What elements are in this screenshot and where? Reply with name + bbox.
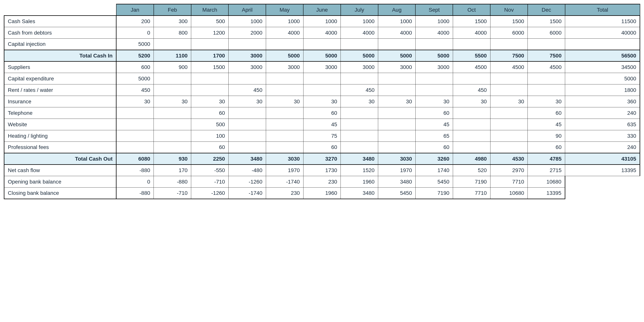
cell: 30	[341, 96, 378, 107]
cell: 300	[154, 16, 191, 27]
cell	[378, 119, 416, 130]
table-row: Suppliers6009001500300030003000300030003…	[4, 62, 640, 73]
table-row: Closing bank balance-880-710-1260-174023…	[4, 188, 640, 199]
cell: 5000	[416, 50, 453, 62]
cell: -550	[191, 165, 228, 176]
row-label: Opening bank balance	[4, 176, 116, 188]
header-dec: Dec	[528, 4, 565, 16]
cell: 1100	[154, 50, 191, 62]
cell	[490, 84, 528, 96]
cell: 1960	[341, 176, 378, 188]
cell: 900	[154, 62, 191, 73]
cell	[528, 73, 565, 84]
cell: -480	[228, 165, 266, 176]
cell: 60	[528, 107, 565, 119]
cell: 230	[303, 176, 341, 188]
cell: 240	[565, 142, 640, 153]
cell: 30	[191, 96, 228, 107]
cell: 1000	[303, 16, 341, 27]
cell	[341, 73, 378, 84]
cell: -880	[116, 188, 154, 199]
cell: 3000	[303, 62, 341, 73]
header-total: Total	[565, 4, 640, 16]
cell	[266, 130, 303, 142]
cell: 1700	[191, 50, 228, 62]
cell	[228, 142, 266, 153]
cell: 200	[116, 16, 154, 27]
cell: 1500	[453, 16, 490, 27]
cell: 4000	[453, 27, 490, 38]
cell	[191, 73, 228, 84]
cell: 1970	[266, 165, 303, 176]
cell: 3000	[341, 62, 378, 73]
cell: 5000	[116, 38, 154, 50]
cell: 5000	[266, 50, 303, 62]
cell: 60	[191, 107, 228, 119]
cell	[490, 73, 528, 84]
cell: 30	[154, 96, 191, 107]
cell: 4980	[453, 153, 490, 165]
cell: 10680	[528, 176, 565, 188]
cell: 4500	[528, 62, 565, 73]
cell: -710	[191, 176, 228, 188]
cell: 5450	[378, 188, 416, 199]
cell: 43105	[565, 153, 640, 165]
cell: 4500	[490, 62, 528, 73]
cell	[154, 84, 191, 96]
cell: 60	[416, 142, 453, 153]
cell: 30	[116, 96, 154, 107]
cell: 635	[565, 119, 640, 130]
cell: 45	[303, 119, 341, 130]
cell: 3480	[378, 176, 416, 188]
cell: 1520	[341, 165, 378, 176]
cell: -1260	[228, 176, 266, 188]
table-row: Net cash flow-880170-550-480197017301520…	[4, 165, 640, 176]
cell	[453, 107, 490, 119]
cell	[453, 73, 490, 84]
row-label: Capital expenditure	[4, 73, 116, 84]
header-sept: Sept	[416, 4, 453, 16]
cell: 2250	[191, 153, 228, 165]
row-label: Telephone	[4, 107, 116, 119]
cell: 30	[228, 96, 266, 107]
cell	[490, 142, 528, 153]
table-row: Total Cash Out60809302250348030303270348…	[4, 153, 640, 165]
cell: 5450	[416, 176, 453, 188]
cell	[228, 107, 266, 119]
cell: 60	[303, 142, 341, 153]
cell: 40000	[565, 27, 640, 38]
cell: 3000	[228, 50, 266, 62]
cell	[378, 130, 416, 142]
row-label: Capital injection	[4, 38, 116, 50]
cell	[191, 84, 228, 96]
cell	[341, 142, 378, 153]
cell	[116, 119, 154, 130]
cell: 500	[191, 119, 228, 130]
cell: 1740	[416, 165, 453, 176]
cell: 1960	[303, 188, 341, 199]
cell	[416, 38, 453, 50]
cell	[266, 38, 303, 50]
cell: 10680	[490, 188, 528, 199]
cell	[228, 119, 266, 130]
cell: 90	[528, 130, 565, 142]
row-label: Professional fees	[4, 142, 116, 153]
cell: 2970	[490, 165, 528, 176]
header-oct: Oct	[453, 4, 490, 16]
cell: 2715	[528, 165, 565, 176]
cell: 7190	[416, 188, 453, 199]
cell: 30	[416, 96, 453, 107]
cell: 360	[565, 96, 640, 107]
cell: 4500	[453, 62, 490, 73]
cell	[266, 142, 303, 153]
row-label: Total Cash Out	[4, 153, 116, 165]
cell	[490, 38, 528, 50]
cell	[453, 142, 490, 153]
cell	[378, 107, 416, 119]
cell: 4000	[378, 27, 416, 38]
cell	[303, 84, 341, 96]
cell	[154, 130, 191, 142]
header-april: April	[228, 4, 266, 16]
cell	[154, 73, 191, 84]
cell: 5200	[116, 50, 154, 62]
